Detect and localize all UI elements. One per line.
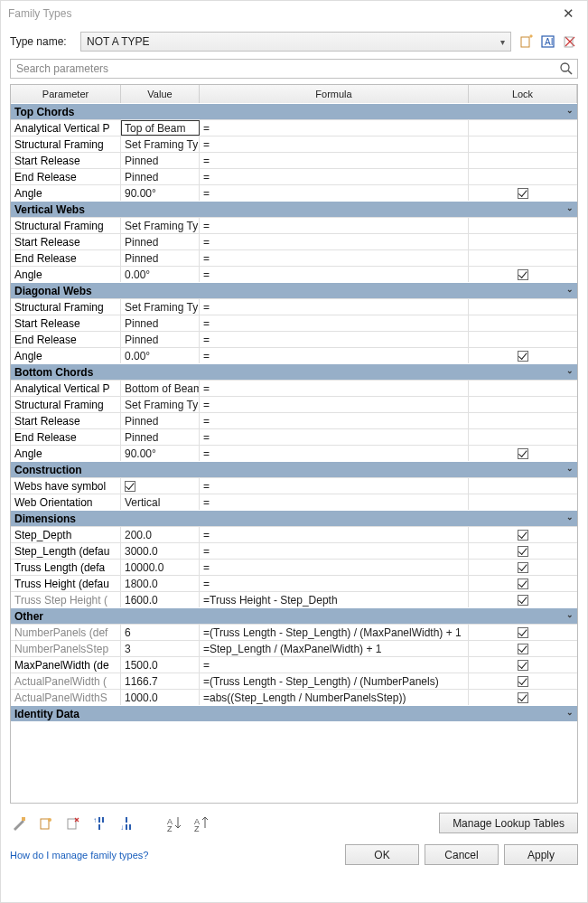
param-lock-cell[interactable] <box>469 413 577 428</box>
param-name-cell[interactable]: Start Release <box>11 413 121 428</box>
param-name-cell[interactable]: Web Orientation <box>11 494 121 510</box>
param-lock-cell[interactable] <box>469 169 577 184</box>
param-lock-cell[interactable] <box>469 673 577 689</box>
param-name-cell[interactable]: Analytical Vertical P <box>11 381 121 396</box>
param-value-cell[interactable]: Bottom of Beam <box>121 381 200 396</box>
param-value-cell[interactable]: Pinned <box>121 169 200 184</box>
lock-checkbox[interactable] <box>518 644 528 654</box>
param-formula-cell[interactable]: = <box>200 234 469 249</box>
param-value-cell[interactable]: 0.00° <box>121 267 200 282</box>
param-value-cell[interactable]: 3000.0 <box>121 543 200 559</box>
param-formula-cell[interactable]: = <box>200 576 469 591</box>
lock-checkbox[interactable] <box>518 578 528 589</box>
param-lock-cell[interactable] <box>469 560 577 575</box>
param-lock-cell[interactable] <box>469 299 577 315</box>
help-link[interactable]: How do I manage family types? <box>10 850 148 861</box>
param-name-cell[interactable]: Angle <box>11 185 121 201</box>
ok-button[interactable]: OK <box>345 844 419 865</box>
param-value-cell[interactable]: 90.00° <box>121 185 200 201</box>
param-formula-cell[interactable]: = <box>200 478 469 494</box>
param-formula-cell[interactable]: = <box>200 446 469 461</box>
param-value-cell[interactable]: 1600.0 <box>121 592 200 607</box>
lock-checkbox[interactable] <box>518 595 528 606</box>
param-lock-cell[interactable] <box>469 153 577 168</box>
param-lock-cell[interactable] <box>469 690 577 705</box>
param-lock-cell[interactable] <box>469 250 577 266</box>
param-value-cell[interactable]: 200.0 <box>121 527 200 542</box>
param-name-cell[interactable]: MaxPanelWidth (de <box>11 657 121 673</box>
param-value-cell[interactable]: 1500.0 <box>121 657 200 673</box>
param-value-cell[interactable]: Pinned <box>121 332 200 347</box>
param-formula-cell[interactable]: = <box>200 657 469 673</box>
lock-checkbox[interactable] <box>518 269 528 280</box>
param-formula-cell[interactable]: = <box>200 267 469 282</box>
param-name-cell[interactable]: End Release <box>11 332 121 347</box>
param-lock-cell[interactable] <box>469 446 577 461</box>
cancel-button[interactable]: Cancel <box>425 844 499 865</box>
lock-checkbox[interactable] <box>518 530 528 541</box>
value-checkbox[interactable] <box>125 481 135 492</box>
param-name-cell[interactable]: Start Release <box>11 315 121 331</box>
param-formula-cell[interactable]: = <box>200 413 469 428</box>
param-name-cell[interactable]: NumberPanelsStep <box>11 641 121 656</box>
col-lock[interactable]: Lock <box>469 85 577 103</box>
param-lock-cell[interactable] <box>469 478 577 494</box>
new-type-icon[interactable] <box>518 33 535 50</box>
param-name-cell[interactable]: Truss Height (defau <box>11 576 121 591</box>
param-lock-cell[interactable] <box>469 267 577 282</box>
rename-type-icon[interactable]: AI <box>540 33 556 50</box>
param-lock-cell[interactable] <box>469 332 577 347</box>
lock-checkbox[interactable] <box>518 351 528 362</box>
search-input[interactable]: Search parameters <box>10 59 578 79</box>
param-name-cell[interactable]: Truss Length (defa <box>11 560 121 575</box>
param-value-cell[interactable]: Set Framing Type <box>121 397 200 412</box>
param-name-cell[interactable]: Angle <box>11 267 121 282</box>
param-lock-cell[interactable] <box>469 576 577 591</box>
close-icon[interactable]: ✕ <box>557 5 580 22</box>
param-name-cell[interactable]: Structural Framing <box>11 136 121 152</box>
param-value-cell[interactable]: 6 <box>121 625 200 640</box>
param-formula-cell[interactable]: = <box>200 348 469 363</box>
new-param-icon[interactable] <box>10 814 28 832</box>
param-name-cell[interactable]: Start Release <box>11 234 121 249</box>
param-value-cell[interactable]: 90.00° <box>121 446 200 461</box>
param-lock-cell[interactable] <box>469 625 577 640</box>
param-name-cell[interactable]: End Release <box>11 429 121 445</box>
param-formula-cell[interactable]: = <box>200 494 469 510</box>
col-parameter[interactable]: Parameter <box>11 85 121 103</box>
param-value-cell[interactable]: Top of Beam <box>121 120 200 136</box>
param-value-cell[interactable]: 0.00° <box>121 348 200 363</box>
param-name-cell[interactable]: Start Release <box>11 153 121 168</box>
group-header[interactable]: Vertical Webs⌄ <box>11 201 577 217</box>
param-name-cell[interactable]: End Release <box>11 169 121 184</box>
param-name-cell[interactable]: Angle <box>11 446 121 461</box>
apply-button[interactable]: Apply <box>504 844 578 865</box>
param-value-cell[interactable]: Pinned <box>121 315 200 331</box>
param-formula-cell[interactable]: = <box>200 136 469 152</box>
param-lock-cell[interactable] <box>469 657 577 673</box>
col-formula[interactable]: Formula <box>200 85 469 103</box>
param-lock-cell[interactable] <box>469 136 577 152</box>
param-formula-cell[interactable]: = <box>200 250 469 266</box>
param-lock-cell[interactable] <box>469 185 577 201</box>
lock-checkbox[interactable] <box>518 562 528 573</box>
type-name-select[interactable]: NOT A TYPE ▾ <box>80 32 511 52</box>
sort-desc-icon[interactable]: AZ <box>192 814 210 832</box>
param-value-cell[interactable]: 3 <box>121 641 200 656</box>
param-lock-cell[interactable] <box>469 120 577 136</box>
param-formula-cell[interactable]: = <box>200 332 469 347</box>
param-formula-cell[interactable]: = <box>200 315 469 331</box>
lock-checkbox[interactable] <box>518 188 528 199</box>
param-value-cell[interactable]: Pinned <box>121 153 200 168</box>
param-value-cell[interactable]: 1166.7 <box>121 673 200 689</box>
param-value-cell[interactable]: Pinned <box>121 413 200 428</box>
param-formula-cell[interactable]: = <box>200 429 469 445</box>
lock-checkbox[interactable] <box>518 627 528 638</box>
param-lock-cell[interactable] <box>469 429 577 445</box>
param-lock-cell[interactable] <box>469 234 577 249</box>
param-formula-cell[interactable]: = <box>200 299 469 315</box>
param-value-cell[interactable]: Vertical <box>121 494 200 510</box>
param-value-cell[interactable]: 1800.0 <box>121 576 200 591</box>
param-lock-cell[interactable] <box>469 527 577 542</box>
delete-param-icon[interactable] <box>64 814 82 832</box>
